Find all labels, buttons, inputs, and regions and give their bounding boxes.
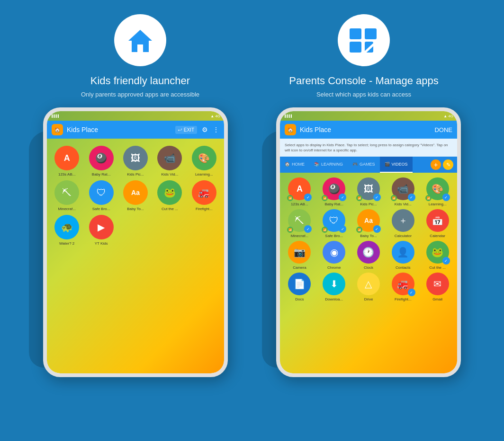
selected-checkmark: ✓ [339,194,346,201]
phone-right-frame: ▐▐▐▐ ▲ 4G 🏠 Kids Place DONE Select apps … [276,107,461,377]
tab-games[interactable]: 🎮 GAMES [348,157,380,173]
list-item[interactable]: 🖼 Kids Pic... [120,146,151,176]
list-item[interactable]: 🛡 ✓ 📶 Safe Bro... [318,209,350,238]
list-item[interactable]: 📹 ✓ 📶 Kids Vid... [387,177,419,206]
list-item[interactable]: 🐸 ✓ Cut the ... [422,241,453,270]
list-item[interactable]: 🎱 Baby Rat... [86,146,116,176]
app-label: 123s AB... [58,172,75,176]
launcher-subtitle: Only parents approved apps are accessibl… [81,91,199,98]
app-icon: A [54,146,79,170]
app-icon: ✉ [426,273,449,295]
selected-checkmark: ✓ [442,194,450,201]
apps-row-4: 📄 Docs ⬇ Downloa... △ [284,273,453,301]
list-item[interactable]: 👤 Contacts [387,241,419,270]
tab-add-area: + ✎ [427,157,457,173]
app-icon: 🎱 [89,146,114,170]
list-item[interactable]: ✉ Gmail [422,273,453,301]
select-message: Select apps to display in Kids Place. Ta… [280,139,457,157]
list-item[interactable]: ＋ Calculator [387,209,419,238]
selected-checkmark: ✓ [408,194,415,201]
app-label: YT Kids [95,241,108,246]
app-icon: ◉ [323,241,345,264]
app-label: Kids Pic... [127,172,144,176]
list-item[interactable]: 🎨 ✓ 📶 Learning... [422,177,453,206]
list-item[interactable]: ◉ Chrome [318,241,350,270]
kids-place-title-left: Kids Place [67,126,171,133]
svg-rect-1 [365,28,377,39]
tab-learning-label: LEARNING [321,162,343,167]
app-label: Calendar [430,234,445,238]
app-icon: 📄 [288,273,311,295]
exit-button[interactable]: ⮐ EXIT [175,126,197,134]
list-item[interactable]: 🛡 Safe Bro... [86,180,116,211]
app-icon: ＋ [392,209,414,232]
app-icon: 🐸 [157,180,182,205]
list-item[interactable]: 🖼 ✓ 📶 Kids Pic... [353,177,385,206]
svg-rect-2 [350,42,361,53]
list-item[interactable]: ⛏ Minecraf... [52,180,82,211]
games-tab-icon: 🎮 [352,162,358,167]
selected-checkmark: ✓ [304,225,312,233]
app-icon: 🐢 [54,215,79,239]
list-item[interactable]: 📅 Calendar [422,209,453,238]
app-label: Safe Bro... [92,207,110,211]
feature-launcher: Kids friendly launcher Only parents appr… [40,14,241,98]
app-label: Downloa... [325,297,343,301]
edit-category-button[interactable]: ✎ [443,159,453,170]
selected-checkmark: ✓ [304,194,312,201]
list-item[interactable]: 🕐 Clock [353,241,385,270]
app-icon: △ [357,273,380,295]
list-item[interactable]: 🎨 Learning... [189,146,219,176]
launcher-title: Kids friendly launcher [90,75,190,87]
list-item[interactable]: ⛏ ✓ 📶 Minecraf... [284,209,315,238]
app-label: Kids Vid... [161,172,178,176]
app-label: Learning... [195,172,213,176]
list-item[interactable]: 🎱 ✓ 📶 Baby Rat... [318,177,350,206]
console-subtitle: Select which apps kids can access [316,91,411,98]
phone-left-frame: ▐▐▐▐ ▲ 4G 🏠 Kids Place ⮐ EXIT [43,107,228,377]
app-label: Cut the ... [429,265,446,270]
list-item[interactable]: 📷 Camera [284,241,315,270]
list-item[interactable]: ⬇ Downloa... [318,273,350,301]
list-item[interactable]: 🚒 Firefight... [189,180,219,211]
app-icon: 📷 [288,241,311,264]
app-label: Firefight... [395,297,412,301]
add-category-button[interactable]: + [431,159,441,170]
wifi-indicator: 📶 [322,195,328,201]
list-item[interactable]: △ Drive [353,273,385,301]
list-item[interactable]: A 123s AB... [52,146,82,176]
status-bar-left: ▐▐▐▐ ▲ 4G [47,111,224,121]
tab-home[interactable]: 🏠 HOME [280,157,309,173]
app-icon: ⬇ [323,273,345,295]
selected-checkmark: ✓ [339,225,346,233]
selected-checkmark: ✓ [408,289,415,296]
list-item[interactable]: 🐢 Water? 2 [52,215,82,246]
tabs-bar: 🏠 HOME 📚 LEARNING 🎮 GAMES 🎬 VIDEOS [280,157,457,173]
more-icon-left[interactable]: ⋮ [213,126,219,133]
wifi-indicator: 📶 [356,195,362,201]
done-button[interactable]: DONE [434,126,452,133]
apps-grid-right: A ✓ 📶 123s AB... 🎱 ✓ 📶 [280,173,457,373]
app-label: Water? 2 [59,241,74,246]
app-label: Clock [364,265,373,270]
top-section: Kids friendly launcher Only parents appr… [0,0,504,107]
tab-learning[interactable]: 📚 LEARNING [309,157,348,173]
app-label: Calculator [395,234,412,238]
list-item[interactable]: 🐸 Cut the ... [154,180,185,211]
list-item[interactable]: 📹 Kids Vid... [154,146,185,176]
phones-section: ▐▐▐▐ ▲ 4G 🏠 Kids Place ⮐ EXIT [0,107,504,441]
list-item[interactable]: 📄 Docs [284,273,315,301]
list-item[interactable]: Aa ✓ 📶 Baby To... [353,209,385,238]
list-item[interactable]: A ✓ 📶 123s AB... [284,177,315,206]
grid-icon [347,26,380,54]
apps-grid-left: A 123s AB... 🎱 Baby Rat... 🖼 Kids Pic...… [47,139,224,253]
apps-row-3: 📷 Camera ◉ Chrome 🕐 [284,241,453,270]
tab-videos[interactable]: 🎬 VIDEOS [380,157,413,173]
gear-icon-left[interactable]: ⚙ [202,126,208,133]
list-item[interactable]: ▶ YT Kids [86,215,116,246]
list-item[interactable]: 🚒 ✓ Firefight... [387,273,419,301]
list-item[interactable]: Aa Baby To... [120,180,151,211]
phone-right: ▐▐▐▐ ▲ 4G 🏠 Kids Place DONE Select apps … [267,107,470,382]
app-label: Camera [293,265,306,270]
selected-checkmark: ✓ [373,225,381,233]
